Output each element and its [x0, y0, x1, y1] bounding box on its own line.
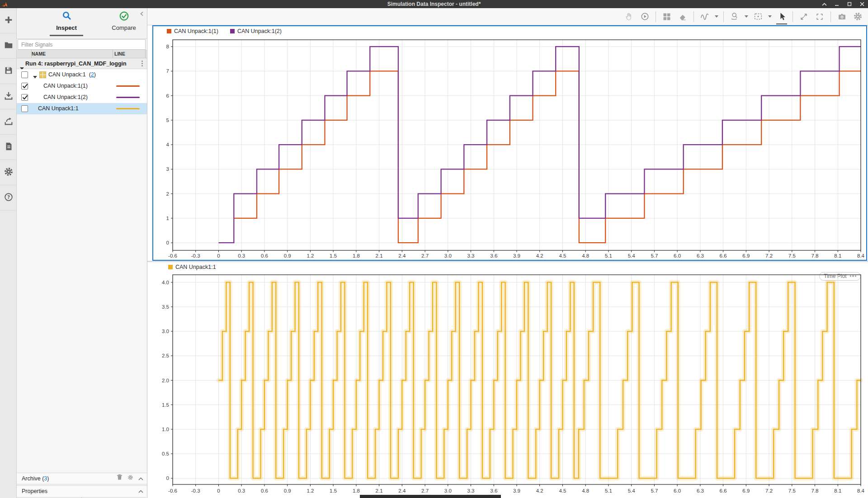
run-options-kebab-icon[interactable]	[142, 61, 143, 67]
svg-text:0.6: 0.6	[261, 488, 268, 493]
signal-group-label: CAN Unpack:1	[48, 71, 86, 78]
top-time-plot-selected[interactable]: CAN Unpack:1(1) CAN Unpack:1(2) -0.6-0.3…	[152, 25, 867, 261]
signal-group-checkbox[interactable]	[21, 71, 28, 78]
svg-text:0.3: 0.3	[238, 253, 245, 258]
zoom-dropdown-caret-icon[interactable]	[745, 11, 748, 23]
filter-signals-input[interactable]	[18, 39, 146, 50]
archive-settings-gear-icon[interactable]	[127, 473, 133, 484]
svg-text:1.2: 1.2	[307, 488, 314, 493]
sidebar-tabs: Inspect Compare	[17, 8, 147, 39]
svg-text:6.9: 6.9	[742, 253, 750, 258]
svg-text:8.1: 8.1	[834, 253, 841, 258]
run-group-row[interactable]: Run 4: raspberrypi_CAN_MDF_loggin	[17, 58, 147, 69]
signal-row-3-selected[interactable]: CAN Unpack1:1	[17, 103, 147, 114]
svg-text:6.3: 6.3	[697, 253, 704, 258]
zoom-in-time-button[interactable]	[729, 11, 741, 23]
svg-text:6.3: 6.3	[697, 488, 704, 493]
help-button[interactable]: ?	[0, 185, 17, 211]
save-button[interactable]	[0, 59, 17, 84]
window-title: Simulation Data Inspector - untitled*	[0, 0, 868, 8]
tab-inspect[interactable]: Inspect	[42, 11, 91, 31]
cursor-pointer-button[interactable]	[776, 11, 788, 23]
signal-trace-dropdown-caret-icon[interactable]	[715, 11, 718, 23]
svg-text:8: 8	[166, 44, 169, 49]
svg-text:1.0: 1.0	[162, 427, 169, 432]
create-report-button[interactable]	[0, 135, 17, 160]
import-button[interactable]	[0, 84, 17, 109]
open-button[interactable]	[0, 33, 17, 59]
svg-text:7.2: 7.2	[765, 488, 773, 493]
svg-text:7.8: 7.8	[811, 253, 819, 258]
bottom-time-plot[interactable]: CAN Unpack1:1 Time Plot -0.6-0.300.30.60…	[147, 262, 868, 498]
expand-plot-button[interactable]	[798, 11, 810, 23]
filter-signals-box	[18, 39, 146, 50]
plot-area: CAN Unpack:1(1) CAN Unpack:1(2) -0.6-0.3…	[147, 25, 868, 498]
tab-compare-label: Compare	[99, 24, 149, 31]
svg-text:5.1: 5.1	[605, 253, 612, 258]
signal-3-label: CAN Unpack1:1	[38, 103, 79, 114]
clear-plots-eraser-button[interactable]	[677, 11, 689, 23]
svg-text:1.2: 1.2	[307, 253, 314, 258]
signal-trace-options-button[interactable]	[699, 11, 711, 23]
trash-icon[interactable]	[117, 473, 123, 484]
collapse-sidebar-chevron-icon[interactable]	[140, 10, 144, 18]
column-header-line: LINE	[114, 51, 125, 56]
svg-text:0.9: 0.9	[284, 253, 291, 258]
svg-text:2.4: 2.4	[398, 488, 406, 493]
active-tab-underline	[50, 35, 83, 36]
svg-text:-0.3: -0.3	[191, 253, 200, 258]
svg-text:6.6: 6.6	[720, 253, 727, 258]
bottom-chart-canvas[interactable]: -0.6-0.300.30.60.91.21.51.82.12.42.73.03…	[147, 262, 868, 498]
svg-text:3.0: 3.0	[444, 253, 452, 258]
svg-text:4.2: 4.2	[536, 488, 543, 493]
bottom-scrollbar-thumb[interactable]	[360, 495, 501, 498]
maximize-button[interactable]	[846, 1, 853, 7]
svg-text:2.7: 2.7	[421, 253, 429, 258]
properties-label: Properties	[22, 486, 47, 497]
signals-sidebar: Inspect Compare NAME LINE	[17, 8, 147, 498]
svg-text:0: 0	[217, 253, 220, 258]
signal-count-link[interactable]: 2	[91, 71, 94, 78]
signal-row-2[interactable]: CAN Unpack:1(2)	[17, 92, 147, 103]
signal-1-checkbox[interactable]	[21, 83, 28, 89]
add-run-button[interactable]	[0, 8, 17, 33]
fit-to-view-button[interactable]	[752, 11, 764, 23]
svg-text:5: 5	[166, 117, 169, 123]
expand-caret-icon[interactable]	[33, 74, 37, 80]
svg-text:0.9: 0.9	[284, 488, 291, 493]
signal-row-1[interactable]: CAN Unpack:1(1)	[17, 80, 147, 92]
snapshot-camera-button[interactable]	[836, 11, 848, 23]
pan-hand-button[interactable]	[623, 11, 635, 23]
svg-text:?: ?	[7, 194, 9, 199]
close-button[interactable]	[859, 1, 865, 7]
svg-text:-0.6: -0.6	[168, 253, 177, 258]
export-button[interactable]	[0, 109, 17, 135]
svg-text:5.7: 5.7	[651, 253, 658, 258]
svg-text:5.1: 5.1	[605, 488, 612, 493]
subplot-layout-button[interactable]	[661, 11, 673, 23]
top-chart-canvas[interactable]: -0.6-0.300.30.60.91.21.51.82.12.42.73.03…	[153, 26, 866, 260]
properties-panel-header[interactable]: Properties	[17, 485, 147, 497]
signal-3-checkbox[interactable]	[21, 105, 28, 112]
replay-button[interactable]	[639, 11, 651, 23]
svg-text:7.5: 7.5	[788, 488, 796, 493]
fit-dropdown-caret-icon[interactable]	[768, 11, 772, 23]
plot-toolbar	[147, 8, 868, 25]
preferences-button[interactable]	[0, 160, 17, 185]
archive-panel-header[interactable]: Archive (3)	[17, 473, 147, 484]
svg-text:8.4: 8.4	[857, 488, 865, 493]
plot-settings-gear-button[interactable]	[852, 11, 863, 23]
svg-text:2.7: 2.7	[421, 488, 429, 493]
signal-table-header: NAME LINE	[17, 50, 147, 58]
collapse-archive-chevron-icon[interactable]	[138, 473, 143, 484]
run-label: Run 4: raspberrypi_CAN_MDF_loggin	[25, 58, 137, 69]
collapse-properties-chevron-icon[interactable]	[138, 486, 143, 497]
fullscreen-brackets-button[interactable]	[814, 11, 826, 23]
collapse-window-button[interactable]	[821, 1, 827, 7]
signal-2-line-swatch	[116, 97, 140, 98]
svg-text:3.9: 3.9	[513, 488, 520, 493]
svg-text:4.2: 4.2	[536, 253, 543, 258]
minimize-button[interactable]	[834, 1, 840, 7]
signal-group-row[interactable]: CAN Unpack:1 (2)	[17, 69, 147, 80]
signal-2-checkbox[interactable]	[21, 94, 28, 101]
